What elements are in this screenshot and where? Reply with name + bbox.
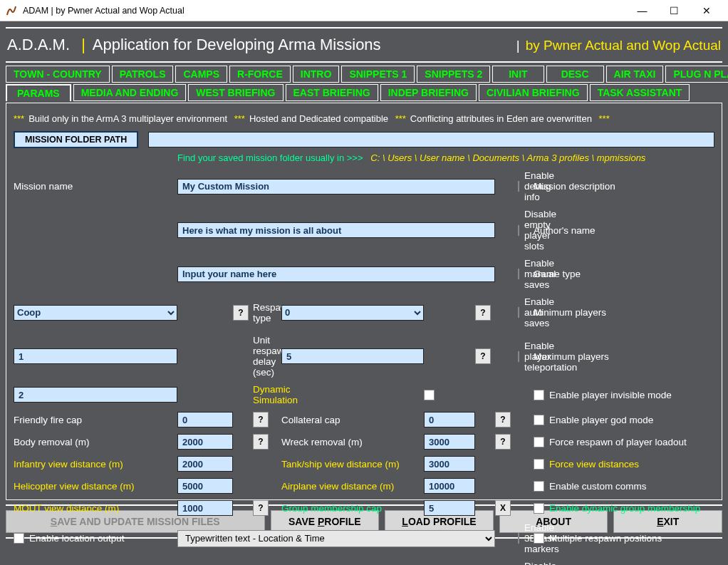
help-unit-delay[interactable]: ? <box>475 348 491 364</box>
label-mout-view: MOUT view distance (m) <box>14 503 177 514</box>
maximize-button[interactable]: ☐ <box>658 1 690 21</box>
mission-folder-path-input[interactable] <box>148 132 714 147</box>
cb-label: Enable player god mode <box>549 415 653 425</box>
cb-label: Multiple respawn positions <box>549 533 662 544</box>
group-cap-input[interactable] <box>424 500 475 516</box>
checkbox-3d-task[interactable] <box>518 533 519 544</box>
acronym-text: A.D.A.M. <box>7 36 70 53</box>
inf-view-input[interactable] <box>177 456 233 472</box>
folder-hint: Find your saved mission folder usually i… <box>177 151 714 170</box>
cb-label: Disable artillery computer <box>524 561 564 565</box>
label-group-cap: Group membership cap <box>281 503 424 514</box>
help-body-rem[interactable]: ? <box>253 434 269 450</box>
help-collateral[interactable]: ? <box>495 412 511 427</box>
respawn-type-select[interactable]: 0 <box>281 305 424 321</box>
app-frame: A.D.A.M. | Application for Developing Ar… <box>0 21 728 565</box>
mission-folder-path-button[interactable]: MISSION FOLDER PATH <box>14 131 138 148</box>
params-panel: *** Build only in the ArmA 3 multiplayer… <box>6 103 722 500</box>
tank-view-input[interactable] <box>424 456 475 472</box>
label-respawn-type: Respawn type <box>253 302 281 323</box>
label-ff-cap: Friendly fire cap <box>14 415 177 425</box>
min-players-input[interactable] <box>14 348 177 364</box>
tab-params[interactable]: PARAMS <box>6 84 71 101</box>
label-game-type: Game type <box>534 269 704 279</box>
checkbox-auto-saves[interactable] <box>518 307 519 318</box>
location-style-select[interactable]: Typewritten text - Location & Time <box>177 530 495 547</box>
label-body-rem: Body removal (m) <box>14 437 177 447</box>
panel-notes: *** Build only in the ArmA 3 multiplayer… <box>14 110 714 131</box>
tab-camps[interactable]: CAMPS <box>175 66 227 83</box>
collateral-input[interactable] <box>424 412 475 427</box>
max-players-input[interactable] <box>14 387 177 403</box>
cb-label: Enable player invisible mode <box>549 390 672 400</box>
mout-view-input[interactable] <box>177 500 233 516</box>
mission-desc-input[interactable] <box>177 222 495 238</box>
checkbox-multi-respawn[interactable] <box>534 533 544 544</box>
checkbox-force-view[interactable] <box>534 459 544 470</box>
label-collateral: Collateral cap <box>281 415 424 425</box>
cb-label: Enable dynamic group membership <box>549 503 700 514</box>
checkbox-god-mode[interactable] <box>534 415 544 425</box>
label-air-view: Airplane view distance (m) <box>281 481 424 492</box>
note-text: Conflicting attributes in Eden are overw… <box>410 113 592 124</box>
checkbox-debug[interactable] <box>518 181 519 192</box>
close-button[interactable]: ✕ <box>690 1 722 21</box>
wreck-rem-input[interactable] <box>424 434 475 450</box>
header-separator: | <box>81 36 85 53</box>
label-wreck-rem: Wreck removal (m) <box>281 437 424 447</box>
cb-label: Force view distances <box>549 459 639 470</box>
label-heli-view: Helicopter view distance (m) <box>14 481 177 492</box>
tab-desc[interactable]: DESC <box>546 66 604 83</box>
tab-snippets-2[interactable]: SNIPPETS 2 <box>417 66 490 83</box>
label-inf-view: Infantry view distance (m) <box>14 459 177 470</box>
tab-east-briefing[interactable]: EAST BRIEFING <box>286 84 378 101</box>
help-game-type[interactable]: ? <box>233 305 249 321</box>
tab-media-ending[interactable]: MEDIA AND ENDING <box>73 84 187 101</box>
x-group-cap[interactable]: X <box>495 500 511 516</box>
cb-label: Enable location output <box>29 533 125 544</box>
unit-delay-input[interactable] <box>281 348 424 364</box>
label-tank-view: Tank/ship view distance (m) <box>281 459 424 470</box>
form-grid: Mission name Enable debug info Mission d… <box>14 170 714 565</box>
tab-west-briefing[interactable]: WEST BRIEFING <box>188 84 283 101</box>
tab-task-assistant[interactable]: TASK ASSISTANT <box>590 84 690 101</box>
tab-r-force[interactable]: R-FORCE <box>229 66 291 83</box>
note-text: Hosted and Dedicated compatible <box>249 113 388 124</box>
app-subtitle: Application for Developing Arma Missions <box>93 36 381 54</box>
divider <box>6 61 722 63</box>
label-dyn-sim: Dynamic Simulation <box>253 384 281 405</box>
author-input[interactable] <box>177 266 495 282</box>
body-rem-input[interactable] <box>177 434 233 450</box>
air-view-input[interactable] <box>424 478 475 494</box>
tab-patrols[interactable]: PATROLS <box>112 66 174 83</box>
game-type-select[interactable]: Coop <box>14 305 177 321</box>
help-mout-view[interactable]: ? <box>253 500 269 516</box>
tab-indep-briefing[interactable]: INDEP BRIEFING <box>380 84 477 101</box>
help-ff-cap[interactable]: ? <box>253 412 269 427</box>
credits-text: by Pwner Actual and Wop Actual <box>526 38 721 53</box>
checkbox-invisible[interactable] <box>534 390 544 400</box>
checkbox-dyn-sim[interactable] <box>424 390 435 400</box>
tabs-row-2: PARAMS MEDIA AND ENDING WEST BRIEFING EA… <box>6 84 722 101</box>
minimize-button[interactable]: — <box>626 1 658 21</box>
checkbox-empty-slots[interactable] <box>518 225 519 236</box>
tab-intro[interactable]: INTRO <box>293 66 340 83</box>
help-wreck-rem[interactable]: ? <box>495 434 511 450</box>
checkbox-custom-comms[interactable] <box>534 481 544 492</box>
tab-snippets-1[interactable]: SNIPPETS 1 <box>341 66 415 83</box>
checkbox-location-output[interactable] <box>14 533 24 544</box>
checkbox-force-loadout[interactable] <box>534 437 544 447</box>
checkbox-manual-saves[interactable] <box>518 269 519 279</box>
help-respawn-type[interactable]: ? <box>475 305 491 321</box>
checkbox-dyn-group[interactable] <box>534 503 544 514</box>
tab-civilian-briefing[interactable]: CIVILIAN BRIEFING <box>479 84 588 101</box>
tab-init[interactable]: INIT <box>492 66 544 83</box>
checkbox-teleport[interactable] <box>518 351 519 362</box>
ff-cap-input[interactable] <box>177 412 233 427</box>
mission-name-input[interactable] <box>177 179 495 195</box>
tab-plug-n-play[interactable]: PLUG N PLAY <box>665 66 728 83</box>
tab-air-taxi[interactable]: AIR TAXI <box>606 66 664 83</box>
tab-town-country[interactable]: TOWN - COUNTRY <box>6 66 110 83</box>
heli-view-input[interactable] <box>177 478 233 494</box>
cb-label: Force respawn of player loadout <box>549 437 687 447</box>
